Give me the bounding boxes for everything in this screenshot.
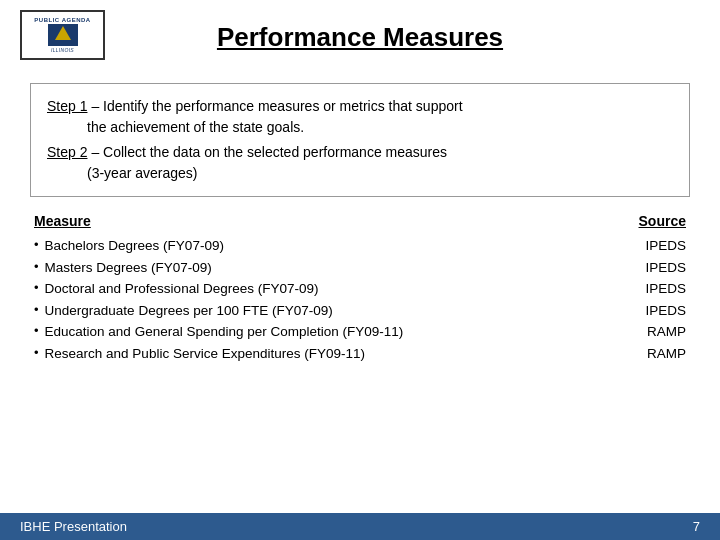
bullet-dot: • bbox=[34, 321, 39, 342]
bullet-dot: • bbox=[34, 278, 39, 299]
logo-text-bottom: ILLINOIS bbox=[51, 47, 74, 53]
measure-column-header: Measure bbox=[34, 213, 91, 229]
step-2-label: Step 2 bbox=[47, 144, 87, 160]
measure-row: • Research and Public Service Expenditur… bbox=[30, 343, 690, 365]
measure-text: Research and Public Service Expenditures… bbox=[45, 343, 365, 365]
measure-text: Bachelors Degrees (FY07-09) bbox=[45, 235, 224, 257]
bullet-dot: • bbox=[34, 257, 39, 278]
measure-row: • Undergraduate Degrees per 100 FTE (FY0… bbox=[30, 300, 690, 322]
measure-bullet: • Doctoral and Professional Degrees (FY0… bbox=[34, 278, 318, 300]
footer-page: 7 bbox=[693, 519, 700, 534]
measure-bullet: • Masters Degrees (FY07-09) bbox=[34, 257, 212, 279]
measure-text: Undergraduate Degrees per 100 FTE (FY07-… bbox=[45, 300, 333, 322]
logo-emblem bbox=[48, 24, 78, 46]
main-content: Step 1 – Identify the performance measur… bbox=[0, 73, 720, 513]
source-text: RAMP bbox=[636, 321, 686, 343]
measure-text: Doctoral and Professional Degrees (FY07-… bbox=[45, 278, 319, 300]
step-1-separator: – Identify the performance measures or m… bbox=[91, 98, 462, 114]
steps-box: Step 1 – Identify the performance measur… bbox=[30, 83, 690, 197]
source-column-header: Source bbox=[639, 213, 686, 229]
measure-row: • Education and General Spending per Com… bbox=[30, 321, 690, 343]
step-2-continuation: (3-year averages) bbox=[47, 163, 673, 184]
measures-header: Measure Source bbox=[30, 213, 690, 229]
footer-label: IBHE Presentation bbox=[20, 519, 127, 534]
step-1: Step 1 – Identify the performance measur… bbox=[47, 96, 673, 138]
source-text: RAMP bbox=[636, 343, 686, 365]
step-1-continuation: the achievement of the state goals. bbox=[47, 117, 673, 138]
measure-row: • Bachelors Degrees (FY07-09) IPEDS bbox=[30, 235, 690, 257]
step-2-separator: – Collect the data on the selected perfo… bbox=[91, 144, 447, 160]
header: PUBLIC AGENDA ILLINOIS Performance Measu… bbox=[0, 0, 720, 73]
source-text: IPEDS bbox=[636, 300, 686, 322]
footer: IBHE Presentation 7 bbox=[0, 513, 720, 540]
source-text: IPEDS bbox=[636, 257, 686, 279]
source-text: IPEDS bbox=[636, 278, 686, 300]
page: PUBLIC AGENDA ILLINOIS Performance Measu… bbox=[0, 0, 720, 540]
measure-row: • Doctoral and Professional Degrees (FY0… bbox=[30, 278, 690, 300]
bullet-dot: • bbox=[34, 235, 39, 256]
page-title: Performance Measures bbox=[110, 22, 700, 53]
logo-box: PUBLIC AGENDA ILLINOIS bbox=[20, 10, 105, 60]
step-1-label: Step 1 bbox=[47, 98, 87, 114]
measure-bullet: • Research and Public Service Expenditur… bbox=[34, 343, 365, 365]
logo-text-top: PUBLIC AGENDA bbox=[34, 17, 90, 23]
bullet-dot: • bbox=[34, 300, 39, 321]
bullet-dot: • bbox=[34, 343, 39, 364]
measure-bullet: • Undergraduate Degrees per 100 FTE (FY0… bbox=[34, 300, 333, 322]
measure-row: • Masters Degrees (FY07-09) IPEDS bbox=[30, 257, 690, 279]
measure-text: Education and General Spending per Compl… bbox=[45, 321, 404, 343]
source-text: IPEDS bbox=[636, 235, 686, 257]
measures-section: Measure Source • Bachelors Degrees (FY07… bbox=[30, 209, 690, 365]
step-2: Step 2 – Collect the data on the selecte… bbox=[47, 142, 673, 184]
measure-text: Masters Degrees (FY07-09) bbox=[45, 257, 212, 279]
logo-area: PUBLIC AGENDA ILLINOIS bbox=[20, 10, 110, 65]
measure-bullet: • Bachelors Degrees (FY07-09) bbox=[34, 235, 224, 257]
measure-bullet: • Education and General Spending per Com… bbox=[34, 321, 403, 343]
measures-list: • Bachelors Degrees (FY07-09) IPEDS • Ma… bbox=[30, 235, 690, 365]
